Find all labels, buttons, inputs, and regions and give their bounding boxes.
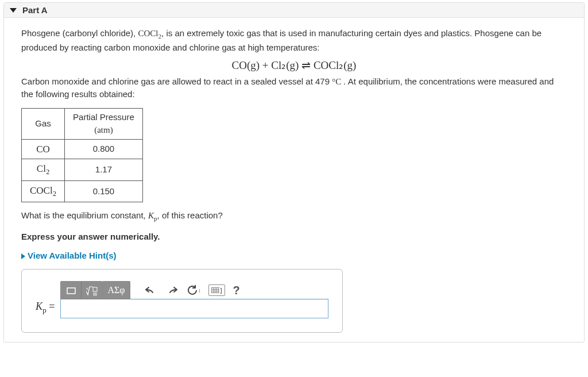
intro-paragraph-1: Phosgene (carbonyl chloride), COCl2, is … [21,27,567,54]
text-seg: Phosgene (carbonyl chloride), [21,28,138,38]
kp-symbol: Kp [148,211,157,220]
undo-button[interactable] [142,282,159,299]
part-a-section: Part A Phosgene (carbonyl chloride), COC… [3,2,585,343]
table-row: CO 0.800 [22,139,143,159]
template-button-group: x [60,281,103,299]
express-instruction: Express your answer numerically. [21,230,567,244]
rect-template-button[interactable] [61,282,82,299]
svg-rect-0 [67,288,75,294]
text-seg: What is the equilibrium constant, [21,210,148,220]
reaction-equation: CO(g) + Cl₂(g) ⇌ COCl₂(g) [21,57,567,74]
header-line1: Partial Pressure [73,112,134,122]
fraction-root-template-button[interactable]: x [82,282,102,299]
header-line2: (atm) [94,125,113,134]
reset-dot: ı [199,286,200,295]
input-stack: x ΑΣφ [60,281,328,318]
text-seg: Carbon monoxide and chlorine gas are all… [21,76,332,86]
value-cell: 1.17 [65,159,143,181]
text-seg: , of this reaction? [157,210,223,220]
keyboard-button[interactable]: ] [208,284,225,296]
value-cell: 0.800 [65,139,143,159]
gas-cell: COCl2 [22,180,65,202]
part-header[interactable]: Part A [4,3,584,18]
part-content: Phosgene (carbonyl chloride), COCl2, is … [4,18,584,342]
keyboard-icon [211,287,219,293]
svg-rect-2 [93,287,97,291]
degree-unit: °C [332,77,341,86]
question-text: What is the equilibrium constant, Kp, of… [21,209,567,224]
formula-sub: 2 [46,168,49,176]
answer-input[interactable] [60,299,328,318]
data-table: Gas Partial Pressure (atm) CO 0.800 Cl2 … [21,108,143,203]
equals-sign: = [47,301,55,312]
greek-letters-button[interactable]: ΑΣφ [103,281,130,299]
equation-toolbar: x ΑΣφ [60,281,328,299]
var-base: K [36,301,42,312]
intro-paragraph-2: Carbon monoxide and chlorine gas are all… [21,75,567,101]
table-row: COCl2 0.150 [22,180,143,202]
svg-text:x: x [86,286,88,291]
answer-box: Kp = x [21,269,343,333]
chem-formula: COCl2 [138,29,161,38]
bracket-glyph: ] [220,286,222,295]
col-header-pressure: Partial Pressure (atm) [65,108,143,139]
svg-rect-4 [94,294,96,295]
answer-row: Kp = x [36,281,328,318]
redo-button[interactable] [164,282,181,299]
part-title: Part A [22,5,48,15]
formula-base: COCl [138,29,158,38]
view-hints-link[interactable]: View Available Hint(s) [21,249,567,263]
var-sub: p [42,306,47,314]
gas-cell: CO [22,139,65,159]
help-button[interactable]: ? [233,282,240,299]
formula-base: Cl [37,163,46,174]
col-header-gas: Gas [22,108,65,139]
table-row: Gas Partial Pressure (atm) [22,108,143,139]
reset-button[interactable]: ı [185,282,203,299]
formula-base: COCl [30,185,53,196]
kp-equals-label: Kp = [36,299,55,318]
value-cell: 0.150 [65,180,143,202]
formula-sub: 2 [53,190,56,198]
var-base: K [148,211,154,220]
table-row: Cl2 1.17 [22,159,143,181]
gas-cell: Cl2 [22,159,65,181]
caret-down-icon [10,8,17,13]
hints-label: View Available Hint(s) [28,251,117,260]
caret-right-icon [21,253,25,259]
